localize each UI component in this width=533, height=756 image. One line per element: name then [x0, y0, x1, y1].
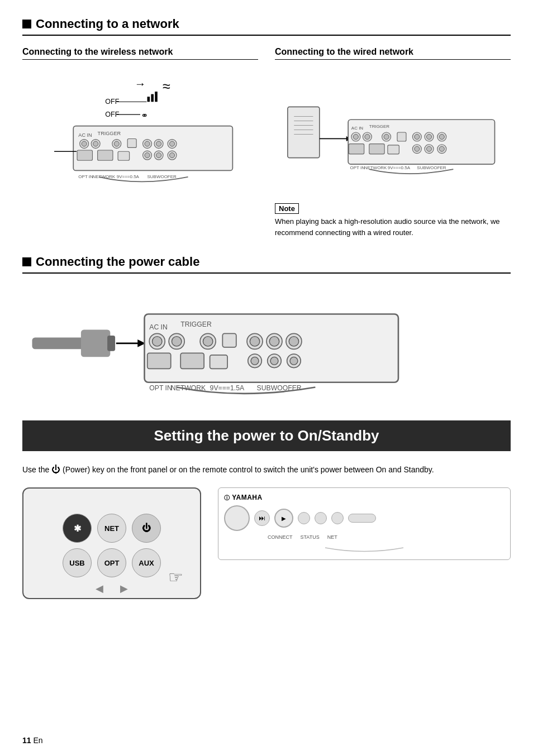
svg-point-56: [384, 134, 389, 139]
svg-rect-40: [288, 107, 320, 157]
power-banner: Setting the power to On/Standby: [22, 420, 511, 451]
svg-text:SUBWOOFER: SUBWOOFER: [417, 165, 446, 170]
svg-rect-78: [81, 329, 110, 357]
svg-point-72: [439, 146, 444, 151]
svg-point-52: [353, 134, 358, 139]
svg-text:AC IN: AC IN: [78, 132, 92, 138]
svg-text:NETWORK: NETWORK: [92, 174, 115, 179]
wireless-diagram: → ≈ OFF OFF ⚭ AC: [22, 69, 258, 198]
svg-point-61: [426, 134, 431, 139]
net-button: NET: [97, 514, 126, 543]
svg-rect-66: [388, 145, 399, 154]
svg-point-59: [415, 134, 420, 139]
remote-slider: [348, 514, 376, 523]
svg-point-97: [289, 337, 298, 346]
label-net: NET: [327, 534, 337, 540]
svg-rect-4: [147, 97, 150, 102]
svg-text:⚭: ⚭: [141, 111, 148, 120]
svg-rect-26: [77, 150, 92, 160]
wireless-title: Connecting to the wireless network: [22, 47, 258, 60]
svg-text:AC IN: AC IN: [149, 323, 168, 331]
remote-diagram-container: ⓘ YAMAHA ⏭ ▶ CONNECT: [218, 487, 511, 599]
svg-rect-99: [180, 353, 204, 369]
svg-point-25: [169, 141, 174, 146]
svg-rect-57: [397, 132, 406, 141]
note-label: Note: [275, 203, 299, 214]
svg-text:OPT IN: OPT IN: [78, 174, 93, 179]
power-cable-diagram: AC IN TRIGGER: [22, 285, 511, 404]
remote-dot-1: [298, 512, 310, 524]
svg-text:OFF: OFF: [105, 111, 119, 118]
remote-dot-2: [315, 512, 327, 524]
aux-button: AUX: [132, 548, 161, 577]
note-text: When playing back a high-resolution audi…: [275, 216, 511, 238]
svg-rect-28: [118, 151, 130, 160]
wired-note: Note When playing back a high-resolution…: [275, 203, 511, 238]
svg-point-106: [290, 357, 298, 365]
svg-point-68: [415, 146, 420, 151]
svg-point-95: [269, 337, 279, 346]
svg-point-32: [156, 153, 161, 158]
svg-point-30: [145, 153, 150, 158]
svg-point-104: [270, 357, 278, 365]
svg-rect-5: [151, 94, 154, 102]
svg-text:TRIGGER: TRIGGER: [180, 320, 212, 328]
section-power-cable-title: Connecting the power cable: [22, 255, 511, 274]
svg-text:AC IN: AC IN: [351, 126, 363, 131]
svg-text:→: →: [135, 77, 146, 90]
remote-labels: CONNECT STATUS NET: [268, 534, 505, 540]
svg-point-90: [203, 337, 212, 346]
svg-text:OPT IN: OPT IN: [350, 165, 365, 170]
section-power-cable: Connecting the power cable AC IN TRIGGER: [22, 255, 511, 404]
svg-point-102: [251, 357, 259, 365]
svg-text:OPT IN: OPT IN: [149, 384, 172, 392]
usb-button: USB: [63, 548, 92, 577]
remote-dot-3: [331, 512, 344, 524]
svg-point-93: [250, 337, 259, 346]
svg-point-21: [145, 141, 150, 146]
opt-button: OPT: [97, 548, 126, 577]
power-banner-title: Setting the power to On/Standby: [154, 427, 379, 444]
svg-text:9V===1.5A: 9V===1.5A: [210, 384, 245, 392]
svg-point-70: [426, 146, 431, 151]
front-panel-diagram: ✱ NET ⏻ USB OPT AUX ☞ ◀ ▶: [22, 487, 201, 599]
svg-rect-65: [369, 144, 384, 154]
power-intro-text: Use the ⏻ (Power) key on the front panel…: [22, 462, 511, 477]
panel-row2: USB OPT AUX: [63, 548, 161, 577]
svg-point-63: [439, 134, 444, 139]
wireless-column: Connecting to the wireless network → ≈ O…: [22, 47, 258, 238]
remote-control: ⓘ YAMAHA ⏭ ▶ CONNECT: [218, 487, 511, 560]
svg-rect-79: [107, 336, 115, 351]
wired-column: Connecting to the wired network: [275, 47, 511, 238]
label-status: STATUS: [301, 534, 320, 540]
remote-nav: ▶: [274, 509, 293, 528]
svg-rect-91: [222, 333, 236, 347]
svg-text:TRIGGER: TRIGGER: [369, 124, 390, 129]
page-number: 11 En: [22, 736, 43, 745]
power-button: ⏻: [132, 514, 161, 543]
svg-text:TRIGGER: TRIGGER: [98, 131, 121, 136]
svg-text:≈: ≈: [163, 78, 170, 94]
svg-point-23: [156, 141, 161, 146]
section-network: Connecting to a network Connecting to th…: [22, 17, 511, 238]
power-symbol: ⏻: [51, 465, 60, 474]
svg-point-16: [93, 141, 98, 146]
remote-buttons-row: ⏭ ▶: [224, 505, 505, 531]
section-network-title: Connecting to a network: [22, 17, 511, 36]
remote-brand: ⓘ YAMAHA: [224, 494, 505, 502]
wired-title: Connecting to the wired network: [275, 47, 511, 60]
bottom-nav-icons: ◀ ▶: [23, 582, 200, 595]
panel-row1: ✱ NET ⏻: [63, 514, 161, 543]
svg-point-54: [365, 134, 370, 139]
power-diagrams: ✱ NET ⏻ USB OPT AUX ☞ ◀ ▶: [22, 487, 511, 599]
svg-point-86: [152, 337, 161, 346]
svg-rect-100: [210, 355, 227, 369]
svg-text:9V===0.5A: 9V===0.5A: [117, 174, 140, 179]
svg-text:9V===0.5A: 9V===0.5A: [388, 165, 411, 170]
svg-rect-64: [349, 144, 364, 154]
volume-knob: [224, 505, 250, 531]
label-connect: CONNECT: [268, 534, 293, 540]
remote-power-btn: ⏭: [254, 510, 270, 526]
front-panel: ✱ NET ⏻ USB OPT AUX ☞ ◀ ▶: [22, 487, 201, 599]
bt-button: ✱: [63, 514, 92, 543]
